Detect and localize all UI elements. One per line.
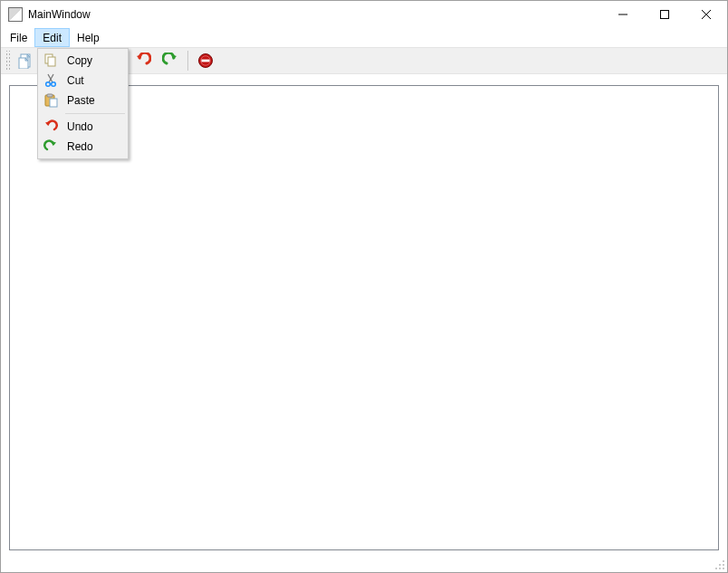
menu-item-paste-label: Paste bbox=[67, 94, 95, 107]
menu-item-cut-label: Cut bbox=[67, 74, 84, 87]
menu-edit-label: Edit bbox=[43, 32, 62, 44]
menu-file-label: File bbox=[10, 32, 27, 44]
svg-line-30 bbox=[48, 74, 53, 82]
edit-dropdown: Copy Cut Paste Undo Redo bbox=[37, 48, 129, 159]
svg-rect-1 bbox=[661, 11, 669, 19]
menu-item-cut[interactable]: Cut bbox=[40, 71, 126, 91]
svg-point-33 bbox=[52, 82, 56, 87]
svg-point-24 bbox=[723, 564, 724, 566]
menu-item-copy[interactable]: Copy bbox=[40, 51, 126, 71]
toolbar-grip[interactable] bbox=[5, 51, 10, 71]
svg-point-26 bbox=[719, 568, 721, 569]
toolbar-stop-button[interactable] bbox=[193, 50, 218, 72]
svg-point-27 bbox=[723, 568, 724, 569]
svg-rect-35 bbox=[47, 94, 53, 97]
close-button[interactable] bbox=[685, 1, 727, 28]
stop-icon bbox=[197, 53, 214, 69]
menu-separator bbox=[65, 113, 125, 114]
minimize-button[interactable] bbox=[602, 1, 644, 28]
cut-icon bbox=[43, 73, 58, 88]
paste-icon bbox=[43, 93, 58, 108]
toolbar-separator bbox=[187, 51, 188, 71]
menu-help[interactable]: Help bbox=[70, 28, 107, 47]
maximize-icon bbox=[660, 10, 669, 19]
menu-edit[interactable]: Edit bbox=[34, 28, 70, 47]
svg-marker-37 bbox=[45, 121, 50, 126]
app-icon bbox=[8, 7, 23, 22]
maximize-button[interactable] bbox=[644, 1, 685, 28]
main-window: MainWindow File Edit Help bbox=[0, 0, 728, 573]
svg-point-32 bbox=[46, 82, 51, 87]
minimize-icon bbox=[618, 10, 627, 19]
menu-item-copy-label: Copy bbox=[67, 54, 92, 67]
toolbar-redo-button[interactable] bbox=[158, 50, 183, 72]
menu-item-redo[interactable]: Redo bbox=[40, 137, 126, 157]
copy-icon bbox=[43, 53, 58, 68]
title-bar: MainWindow bbox=[1, 1, 727, 28]
redo-icon bbox=[43, 139, 58, 154]
resize-grip-icon[interactable] bbox=[713, 558, 725, 570]
redo-icon bbox=[162, 53, 178, 69]
svg-point-25 bbox=[715, 568, 717, 569]
close-icon bbox=[702, 10, 711, 19]
menu-file[interactable]: File bbox=[3, 28, 34, 47]
menu-help-label: Help bbox=[77, 32, 100, 44]
undo-icon bbox=[43, 119, 58, 134]
toolbar-new-button[interactable] bbox=[14, 50, 39, 72]
menu-item-undo[interactable]: Undo bbox=[40, 117, 126, 137]
new-document-icon bbox=[18, 53, 34, 69]
svg-line-31 bbox=[49, 74, 53, 82]
undo-icon bbox=[135, 53, 151, 69]
toolbar-undo-button[interactable] bbox=[130, 50, 156, 72]
svg-rect-21 bbox=[202, 60, 210, 62]
svg-point-22 bbox=[723, 560, 724, 562]
svg-marker-38 bbox=[52, 141, 56, 146]
window-title: MainWindow bbox=[28, 8, 91, 21]
svg-rect-36 bbox=[50, 99, 57, 107]
menu-item-undo-label: Undo bbox=[67, 120, 93, 133]
menu-item-paste[interactable]: Paste bbox=[40, 91, 126, 110]
svg-rect-29 bbox=[48, 57, 55, 66]
menu-bar: File Edit Help bbox=[1, 28, 727, 47]
menu-item-redo-label: Redo bbox=[67, 140, 93, 153]
svg-point-23 bbox=[719, 564, 721, 566]
